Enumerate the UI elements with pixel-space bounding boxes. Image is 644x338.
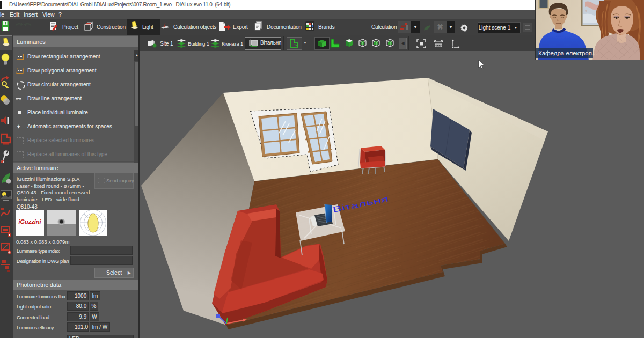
svg-text:Кафедра електроп...: Кафедра електроп...	[538, 50, 597, 56]
svg-text:1a: 1a	[294, 43, 298, 47]
